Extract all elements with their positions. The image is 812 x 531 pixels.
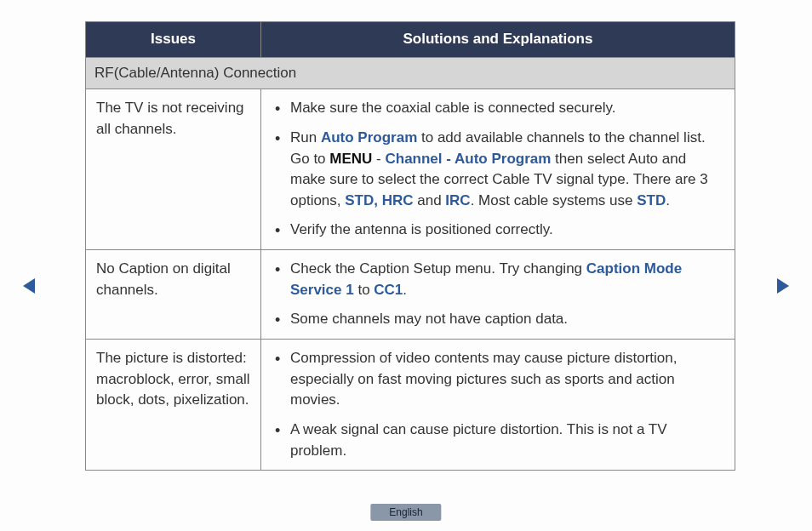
- col-header-solutions: Solutions and Explanations: [261, 22, 735, 58]
- solution-cell: Check the Caption Setup menu. Try changi…: [261, 250, 735, 340]
- solution-cell: Compression of video contents may cause …: [261, 340, 735, 471]
- highlight-text: IRC: [445, 192, 470, 208]
- list-item: Check the Caption Setup menu. Try changi…: [272, 259, 724, 300]
- solution-cell: Make sure the coaxial cable is connected…: [261, 89, 735, 250]
- svg-marker-0: [23, 278, 35, 294]
- issue-cell: The TV is not receiving all channels.: [86, 89, 261, 250]
- list-item: Compression of video contents may cause …: [272, 348, 724, 411]
- table-row: The picture is distorted: macroblock, er…: [86, 340, 735, 471]
- highlight-text: Channel - Auto Program: [385, 151, 551, 167]
- list-item: Verify the antenna is positioned correct…: [272, 220, 724, 241]
- highlight-text: STD, HRC: [345, 192, 413, 208]
- bold-text: MENU: [329, 151, 372, 167]
- svg-marker-1: [777, 278, 789, 294]
- next-page-button[interactable]: [775, 277, 791, 295]
- highlight-text: STD: [637, 192, 666, 208]
- list-item: A weak signal can cause picture distorti…: [272, 420, 724, 461]
- table-row: No Caption on digital channels. Check th…: [86, 250, 735, 340]
- prev-page-button[interactable]: [21, 277, 37, 295]
- language-badge: English: [370, 504, 441, 521]
- highlight-text: CC1: [374, 282, 403, 298]
- table-row: The TV is not receiving all channels. Ma…: [86, 89, 735, 250]
- section-header: RF(Cable/Antenna) Connection: [86, 57, 735, 89]
- list-item: Make sure the coaxial cable is connected…: [272, 98, 724, 119]
- list-item: Some channels may not have caption data.: [272, 309, 724, 330]
- issue-cell: The picture is distorted: macroblock, er…: [86, 340, 261, 471]
- col-header-issues: Issues: [86, 22, 261, 58]
- list-item: Run Auto Program to add available channe…: [272, 128, 724, 212]
- issue-cell: No Caption on digital channels.: [86, 250, 261, 340]
- highlight-text: Auto Program: [321, 129, 417, 146]
- troubleshoot-table: Issues Solutions and Explanations RF(Cab…: [85, 21, 735, 471]
